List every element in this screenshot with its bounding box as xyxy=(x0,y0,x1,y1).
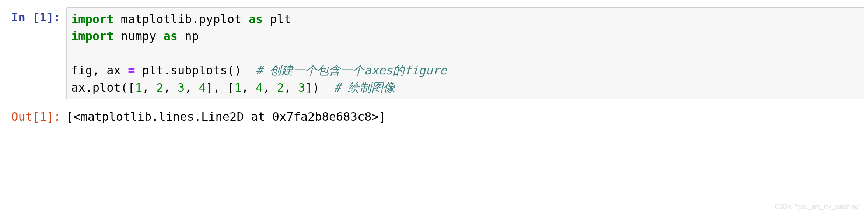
code-text: plt.subplots() xyxy=(135,63,256,77)
comment: # 绘制图像 xyxy=(334,81,395,95)
alias: np xyxy=(178,29,199,43)
comma: , xyxy=(241,81,256,95)
output-prompt: Out[1]: xyxy=(4,107,66,124)
comma: , xyxy=(163,81,178,95)
comma: , xyxy=(284,81,298,95)
code-text: fig, ax xyxy=(71,63,128,77)
number-literal: 2 xyxy=(277,81,284,95)
code-text: ax.plot([ xyxy=(71,81,135,95)
module-name: matplotlib.pyplot xyxy=(114,12,249,26)
number-literal: 1 xyxy=(234,81,241,95)
alias: plt xyxy=(263,12,291,26)
number-literal: 2 xyxy=(156,81,163,95)
comma: , xyxy=(185,81,199,95)
code-text: ]) xyxy=(305,81,334,95)
number-literal: 4 xyxy=(199,81,206,95)
comma: , xyxy=(142,81,157,95)
input-prompt: In [1]: xyxy=(4,7,66,24)
output-text: [<matplotlib.lines.Line2D at 0x7fa2b8e68… xyxy=(66,107,864,127)
keyword-as: as xyxy=(163,29,178,43)
comment: # 创建一个包含一个axes的figure xyxy=(256,63,447,77)
number-literal: 3 xyxy=(298,81,305,95)
comma: , xyxy=(263,81,277,95)
operator-equals: = xyxy=(128,63,135,77)
code-editor[interactable]: import matplotlib.pyplot as plt import n… xyxy=(66,7,864,99)
number-literal: 1 xyxy=(135,81,142,95)
keyword-import: import xyxy=(71,29,114,43)
number-literal: 3 xyxy=(178,81,185,95)
number-literal: 4 xyxy=(256,81,263,95)
module-name: numpy xyxy=(114,29,164,43)
input-cell: In [1]: import matplotlib.pyplot as plt … xyxy=(4,7,864,99)
keyword-as: as xyxy=(249,12,263,26)
code-text: ], [ xyxy=(206,81,234,95)
output-cell: Out[1]: [<matplotlib.lines.Line2D at 0x7… xyxy=(4,107,864,127)
keyword-import: import xyxy=(71,12,114,26)
